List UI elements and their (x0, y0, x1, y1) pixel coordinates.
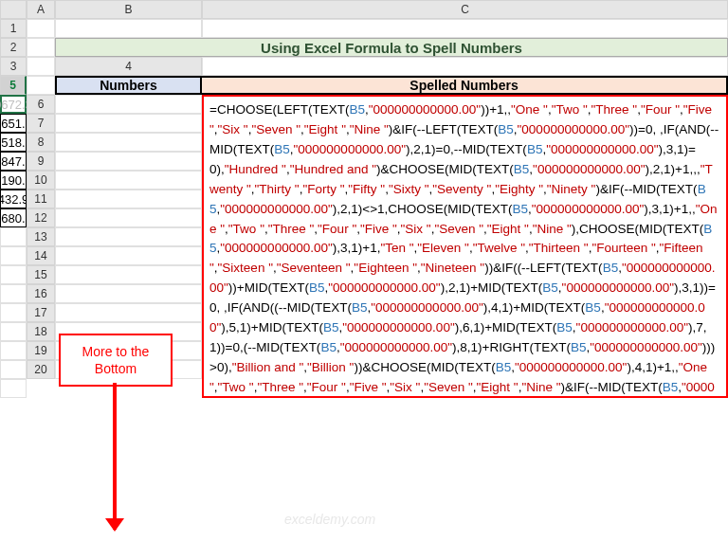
row-header[interactable]: 1 (0, 19, 27, 38)
cell[interactable] (0, 379, 27, 398)
title-band: Using Excel Formula to Spell Numbers (55, 38, 728, 57)
row-header[interactable]: 11 (27, 190, 55, 208)
cell[interactable] (55, 152, 202, 171)
cell[interactable] (0, 303, 27, 322)
row-header[interactable]: 18 (27, 322, 55, 341)
row-header[interactable]: 14 (27, 246, 55, 265)
cell[interactable] (55, 190, 202, 208)
cell[interactable] (55, 133, 202, 152)
cell[interactable] (202, 57, 728, 76)
row-header[interactable]: 19 (27, 341, 55, 360)
select-all-corner[interactable] (0, 0, 27, 19)
cell-number[interactable]: 70680.18 (0, 208, 27, 227)
cell-number[interactable]: 8432.99 (0, 190, 27, 208)
row-header[interactable]: 3 (0, 57, 27, 76)
cell[interactable] (27, 38, 55, 57)
row-header[interactable]: 12 (27, 208, 55, 227)
col-header-A[interactable]: A (27, 0, 55, 19)
header-numbers: Numbers (55, 76, 202, 95)
cell[interactable] (27, 57, 55, 76)
row-header[interactable]: 4 (55, 57, 202, 76)
cell[interactable] (0, 246, 27, 265)
cell[interactable] (55, 171, 202, 190)
cell[interactable] (55, 208, 202, 227)
cell-number[interactable]: 65190.24 (0, 171, 27, 190)
col-header-B[interactable]: B (55, 0, 202, 19)
active-cell[interactable]: 20672.35 (0, 95, 27, 114)
row-header[interactable]: 15 (27, 265, 55, 284)
cell[interactable] (55, 95, 202, 114)
cell[interactable] (55, 19, 202, 38)
row-header[interactable]: 13 (27, 227, 55, 246)
callout-box: More to the Bottom (59, 334, 173, 387)
col-header-C[interactable]: C (202, 0, 728, 19)
cell[interactable] (55, 227, 202, 246)
cell-number[interactable]: 45847.81 (0, 152, 27, 171)
cell[interactable] (0, 322, 27, 341)
watermark: exceldemy.com (284, 512, 375, 527)
cell[interactable] (55, 284, 202, 303)
cell[interactable] (27, 76, 55, 95)
row-header[interactable]: 7 (27, 114, 55, 133)
row-header-selected[interactable]: 5 (0, 76, 27, 95)
cell[interactable] (55, 246, 202, 265)
row-header[interactable]: 6 (27, 95, 55, 114)
cell[interactable] (0, 227, 27, 246)
cell[interactable] (0, 284, 27, 303)
row-header[interactable]: 2 (0, 38, 27, 57)
cell-number[interactable]: 30651.19 (0, 114, 27, 133)
cell[interactable] (55, 265, 202, 284)
formula-edit-overlay[interactable]: =CHOOSE(LEFT(TEXT(B5,"000000000000.00"))… (202, 95, 728, 398)
row-header[interactable]: 20 (27, 360, 55, 379)
cell[interactable] (55, 303, 202, 322)
cell[interactable] (55, 114, 202, 133)
cell[interactable] (0, 265, 27, 284)
row-header[interactable]: 9 (27, 152, 55, 171)
cell[interactable] (0, 360, 27, 379)
cell[interactable] (202, 19, 728, 38)
cell-number[interactable]: 23518.00 (0, 133, 27, 152)
arrow-down-icon (113, 383, 117, 530)
cell[interactable] (27, 19, 55, 38)
row-header[interactable]: 17 (27, 303, 55, 322)
header-spelled: Spelled Numbers (202, 76, 728, 95)
row-header[interactable]: 10 (27, 171, 55, 190)
cell[interactable] (0, 341, 27, 360)
row-header[interactable]: 16 (27, 284, 55, 303)
row-header[interactable]: 8 (27, 133, 55, 152)
